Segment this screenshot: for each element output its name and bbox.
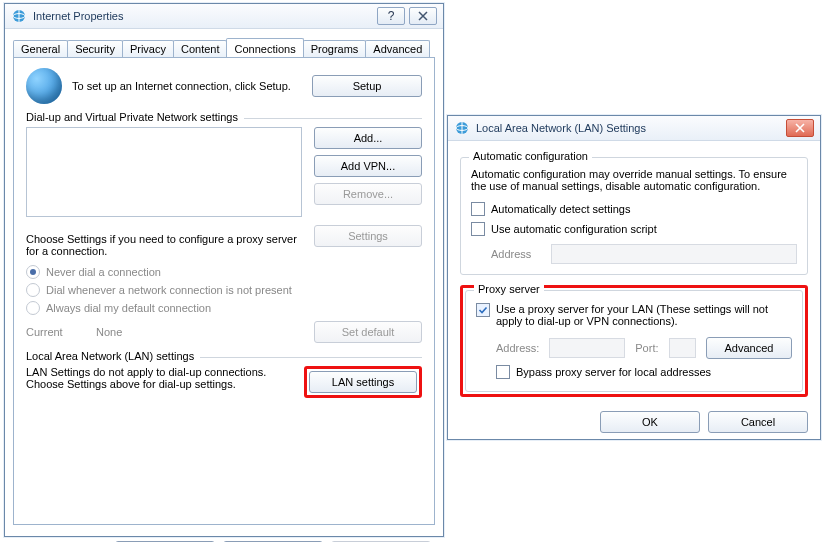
tab-connections[interactable]: Connections: [226, 38, 303, 57]
window-title: Local Area Network (LAN) Settings: [476, 122, 782, 134]
lan-group: Local Area Network (LAN) settings LAN Se…: [26, 357, 422, 398]
lan-note: LAN Settings do not apply to dial-up con…: [26, 366, 294, 390]
radio-when-absent-label: Dial whenever a network connection is no…: [46, 284, 292, 296]
auto-address-label: Address: [491, 248, 541, 260]
auto-detect-row[interactable]: Automatically detect settings: [471, 202, 630, 216]
tab-general[interactable]: General: [13, 40, 68, 57]
proxy-port-input[interactable]: [669, 338, 697, 358]
proxy-note: Choose Settings if you need to configure…: [26, 233, 304, 257]
use-proxy-row[interactable]: Use a proxy server for your LAN (These s…: [476, 303, 792, 327]
dialup-vpn-legend: Dial-up and Virtual Private Network sett…: [26, 111, 244, 123]
globe-icon: [26, 68, 62, 104]
titlebar: Local Area Network (LAN) Settings: [448, 116, 820, 141]
use-proxy-checkbox[interactable]: [476, 303, 490, 317]
tab-panel-connections: To set up an Internet connection, click …: [13, 57, 435, 525]
advanced-button[interactable]: Advanced: [706, 337, 792, 359]
connections-listbox[interactable]: [26, 127, 302, 217]
internet-options-icon: [11, 8, 27, 24]
radio-when-absent-row[interactable]: Dial whenever a network connection is no…: [26, 283, 422, 297]
bypass-label: Bypass proxy server for local addresses: [516, 366, 711, 378]
lan-settings-button[interactable]: LAN settings: [309, 371, 417, 393]
auto-script-row[interactable]: Use automatic configuration script: [471, 222, 657, 236]
window-title: Internet Properties: [33, 10, 373, 22]
tab-advanced[interactable]: Advanced: [365, 40, 430, 57]
ok-button[interactable]: OK: [600, 411, 700, 433]
radio-never-row[interactable]: Never dial a connection: [26, 265, 422, 279]
auto-address-input[interactable]: [551, 244, 797, 264]
use-proxy-label: Use a proxy server for your LAN (These s…: [496, 303, 792, 327]
proxy-legend: Proxy server: [474, 283, 544, 295]
dialog-footer: OK Cancel: [448, 397, 820, 441]
close-button[interactable]: [786, 119, 814, 137]
auto-config-note: Automatic configuration may override man…: [471, 168, 797, 192]
add-button[interactable]: Add...: [314, 127, 422, 149]
auto-detect-label: Automatically detect settings: [491, 203, 630, 215]
setup-button[interactable]: Setup: [312, 75, 422, 97]
auto-script-label: Use automatic configuration script: [491, 223, 657, 235]
internet-options-icon: [454, 120, 470, 136]
internet-properties-window: Internet Properties ? General Security P…: [4, 3, 444, 537]
close-button[interactable]: [409, 7, 437, 25]
current-value: None: [96, 326, 304, 338]
lan-legend: Local Area Network (LAN) settings: [26, 350, 200, 362]
radio-never-label: Never dial a connection: [46, 266, 161, 278]
proxy-address-label: Address:: [496, 342, 539, 354]
radio-when-absent[interactable]: [26, 283, 40, 297]
set-default-button[interactable]: Set default: [314, 321, 422, 343]
radio-always-row[interactable]: Always dial my default connection: [26, 301, 422, 315]
bypass-checkbox[interactable]: [496, 365, 510, 379]
tab-privacy[interactable]: Privacy: [122, 40, 174, 57]
radio-never[interactable]: [26, 265, 40, 279]
cancel-button[interactable]: Cancel: [708, 411, 808, 433]
auto-script-checkbox[interactable]: [471, 222, 485, 236]
proxy-group: Proxy server Use a proxy server for your…: [465, 290, 803, 392]
current-label: Current: [26, 326, 86, 338]
lan-settings-highlight: LAN settings: [304, 366, 422, 398]
tabstrip: General Security Privacy Content Connect…: [13, 35, 435, 57]
tab-security[interactable]: Security: [67, 40, 123, 57]
auto-detect-checkbox[interactable]: [471, 202, 485, 216]
setup-text: To set up an Internet connection, click …: [72, 80, 302, 92]
setup-row: To set up an Internet connection, click …: [26, 68, 422, 104]
proxy-address-input[interactable]: [549, 338, 625, 358]
auto-config-group: Automatic configuration Automatic config…: [460, 157, 808, 275]
radio-always-label: Always dial my default connection: [46, 302, 211, 314]
auto-config-legend: Automatic configuration: [469, 150, 592, 162]
dialup-vpn-group: Dial-up and Virtual Private Network sett…: [26, 118, 422, 343]
dialog-footer: OK Cancel Apply: [5, 533, 443, 542]
settings-button[interactable]: Settings: [314, 225, 422, 247]
bypass-row[interactable]: Bypass proxy server for local addresses: [496, 365, 711, 379]
tab-programs[interactable]: Programs: [303, 40, 367, 57]
help-button[interactable]: ?: [377, 7, 405, 25]
proxy-port-label: Port:: [635, 342, 658, 354]
remove-button[interactable]: Remove...: [314, 183, 422, 205]
lan-settings-window: Local Area Network (LAN) Settings Automa…: [447, 115, 821, 440]
titlebar: Internet Properties ?: [5, 4, 443, 29]
radio-always[interactable]: [26, 301, 40, 315]
proxy-highlight: Proxy server Use a proxy server for your…: [460, 285, 808, 397]
tab-content[interactable]: Content: [173, 40, 228, 57]
add-vpn-button[interactable]: Add VPN...: [314, 155, 422, 177]
